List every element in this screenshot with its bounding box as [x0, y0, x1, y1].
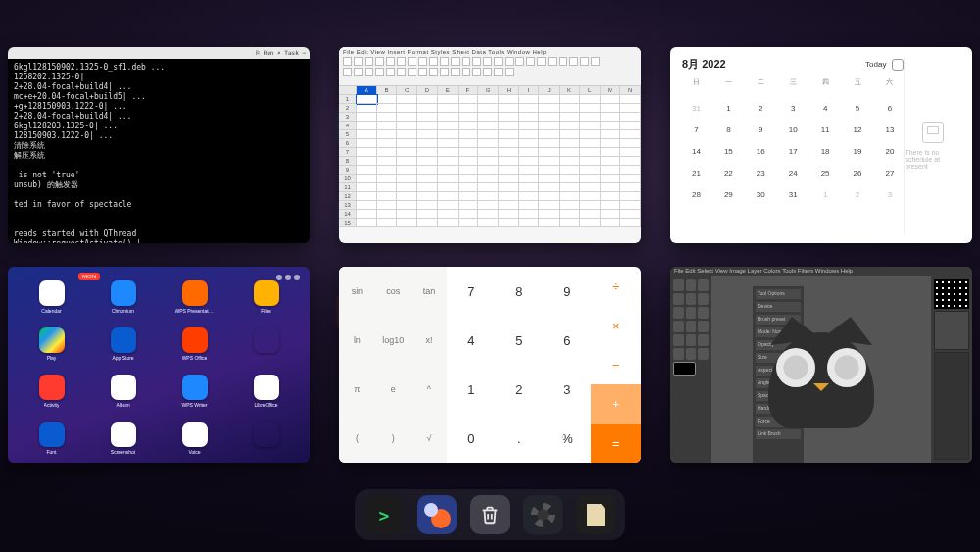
dock-app-notes[interactable] [576, 495, 615, 534]
gimp-color-swatch[interactable] [673, 362, 696, 376]
gimp-tool-icon[interactable] [673, 279, 684, 291]
sheet-cell [377, 201, 398, 210]
gimp-tool-icon[interactable] [686, 307, 697, 319]
sheet-row-header: 4 [339, 122, 357, 130]
gimp-tool-icon[interactable] [673, 307, 684, 319]
spreadsheet-toolbar-icons-2 [343, 68, 637, 76]
sheet-col-header: J [539, 86, 560, 95]
gimp-tool-icon[interactable] [686, 334, 697, 346]
sheet-row-header: 10 [339, 175, 357, 183]
home-app[interactable]: Chromium [89, 280, 157, 324]
gimp-tool-icon[interactable] [686, 279, 697, 291]
sheet-cell [438, 183, 459, 192]
gimp-tool-icon[interactable] [698, 293, 709, 305]
calc-key-=[interactable]: = [591, 424, 641, 463]
overview-card-gimp[interactable]: File Edit Select View Image Layer Colors… [670, 267, 972, 463]
calc-key-.[interactable]: . [495, 414, 543, 463]
calc-key-−[interactable]: − [591, 345, 641, 384]
calc-key-sin[interactable]: sin [339, 267, 375, 316]
home-app[interactable]: Album [89, 375, 157, 418]
overview-card-spreadsheet[interactable]: File Edit View Insert Format Styles Shee… [339, 47, 641, 243]
home-app[interactable]: Font [18, 422, 85, 463]
home-app[interactable]: Voice [161, 422, 228, 463]
calc-key-π[interactable]: π [339, 365, 375, 414]
gimp-tool-icon[interactable] [686, 293, 697, 305]
calc-key-e[interactable]: e [375, 365, 412, 414]
sheet-cell [397, 95, 417, 104]
sheet-cell [601, 104, 621, 113]
gimp-tool-icon[interactable] [673, 321, 684, 332]
home-app[interactable]: Files [232, 280, 300, 324]
sheet-cell [601, 148, 621, 157]
home-app[interactable]: Activity [18, 375, 85, 418]
overview-card-terminal[interactable]: ⎘ Run ⌕ Task ⋯ 6kgl128150902.1325-0_sf1.… [8, 47, 310, 243]
calc-key-([interactable]: ( [339, 414, 375, 463]
sheet-cell [438, 192, 459, 201]
calc-key-3[interactable]: 3 [543, 365, 591, 414]
gimp-tool-icon[interactable] [698, 348, 709, 360]
calc-key-√[interactable]: √ [412, 414, 448, 463]
calc-key-4[interactable]: 4 [447, 316, 495, 365]
calc-key-×[interactable]: × [591, 306, 641, 345]
calc-key-8[interactable]: 8 [495, 267, 543, 316]
gimp-tool-icon[interactable] [673, 293, 684, 305]
dock-app-settings[interactable] [523, 495, 563, 534]
gimp-tool-icon[interactable] [686, 321, 697, 332]
home-app[interactable]: App Store [89, 327, 157, 371]
sheet-cell [580, 157, 601, 166]
calendar-day: 31 [779, 185, 808, 205]
calc-key-^[interactable]: ^ [412, 365, 448, 414]
home-app[interactable]: LibreOffice [232, 375, 300, 418]
sheet-cell [519, 219, 540, 227]
gimp-tool-icon[interactable] [698, 321, 709, 332]
calc-key-%[interactable]: % [543, 414, 591, 463]
sheet-cell [377, 148, 398, 157]
overview-card-homescreen[interactable]: MON CalendarChromiumWPS PresentationFile… [8, 267, 310, 463]
home-app[interactable]: WPS Presentation [161, 280, 228, 324]
overview-card-calculator[interactable]: sincostanlnlog10x!πe^()√ 7894561230.% ÷×… [339, 267, 641, 463]
home-app[interactable]: Play [18, 327, 85, 371]
dock-app-terminal[interactable] [365, 495, 404, 534]
calc-key-ln[interactable]: ln [339, 316, 375, 365]
calc-key-tan[interactable]: tan [412, 267, 448, 316]
calc-key-cos[interactable]: cos [375, 267, 412, 316]
sheet-cell [397, 201, 417, 210]
calc-key-9[interactable]: 9 [543, 267, 591, 316]
home-app[interactable]: WPS Office [161, 327, 228, 371]
calc-key-0[interactable]: 0 [447, 414, 495, 463]
calc-key-1[interactable]: 1 [447, 365, 495, 414]
gimp-tool-icon[interactable] [673, 348, 684, 360]
sheet-cell [357, 210, 377, 219]
calc-key-7[interactable]: 7 [447, 267, 495, 316]
sheet-cell [539, 130, 560, 139]
calc-key-)[interactable]: ) [375, 414, 412, 463]
gimp-tool-icon[interactable] [698, 307, 709, 319]
gimp-tool-icon[interactable] [698, 279, 709, 291]
calc-key-÷[interactable]: ÷ [591, 267, 641, 306]
sheet-row-header: 7 [339, 148, 357, 157]
home-app-icon [111, 280, 136, 306]
calc-key-5[interactable]: 5 [495, 316, 543, 365]
home-app[interactable]: Screenshot [89, 422, 157, 463]
sheet-cell [417, 157, 438, 166]
calc-key-2[interactable]: 2 [495, 365, 543, 414]
home-app-icon [111, 327, 136, 353]
dock-app-trash[interactable] [470, 495, 510, 534]
home-app[interactable] [232, 422, 300, 463]
gimp-tool-icon[interactable] [698, 334, 709, 346]
sheet-cell [478, 104, 499, 113]
home-app[interactable]: Calendar [18, 280, 85, 324]
calculator-numeric-keys: 7894561230.% [447, 267, 591, 463]
dock-app-messages[interactable] [417, 495, 457, 534]
calc-key-6[interactable]: 6 [543, 316, 591, 365]
calc-key-x![interactable]: x! [412, 316, 448, 365]
gimp-tool-icon[interactable] [673, 334, 684, 346]
calendar-today: Today [865, 59, 904, 71]
overview-card-calendar[interactable]: 8月 2022 Today 日一二三四五六3112345678910111213… [670, 47, 972, 243]
calc-key-+[interactable]: + [591, 384, 641, 424]
calc-key-log10[interactable]: log10 [375, 316, 412, 365]
home-app[interactable] [232, 327, 300, 371]
spreadsheet-toolbar-icons [343, 57, 637, 66]
gimp-tool-icon[interactable] [686, 348, 697, 360]
home-app[interactable]: WPS Writer [161, 375, 228, 418]
